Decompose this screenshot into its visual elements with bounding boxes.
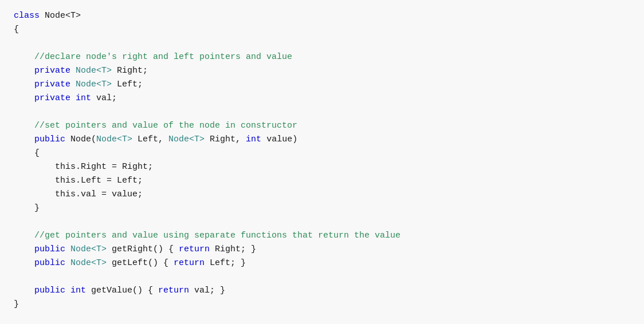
code-token-plain: } xyxy=(14,203,40,213)
code-token-plain: val; xyxy=(91,93,117,103)
code-token-kw: int xyxy=(76,93,91,103)
code-line xyxy=(14,215,630,229)
code-token-type: Node<T> xyxy=(76,66,112,76)
code-line: private int val; xyxy=(14,92,630,105)
code-token-plain: Right; xyxy=(112,66,148,76)
code-token-kw: public xyxy=(34,286,70,295)
code-token-kw: int xyxy=(70,286,86,295)
code-line: { xyxy=(14,147,630,160)
code-token-plain: } xyxy=(14,299,19,309)
code-token-plain: this.val = value; xyxy=(14,189,143,199)
code-token-kw: return xyxy=(174,258,205,268)
code-line: class Node<T> xyxy=(14,9,630,23)
code-token-plain xyxy=(14,258,34,268)
code-token-type: Node<T> xyxy=(76,80,112,89)
code-token-plain xyxy=(14,135,34,144)
code-token-plain xyxy=(14,80,34,89)
code-token-plain: Node<T> xyxy=(45,11,81,21)
code-token-type: Node<T> xyxy=(96,135,132,144)
code-token-plain: Left, xyxy=(132,135,168,144)
code-token-kw: int xyxy=(246,135,261,144)
code-line xyxy=(14,37,630,50)
code-line: private Node<T> Right; xyxy=(14,64,630,78)
code-token-plain: { xyxy=(14,25,19,34)
code-token-type: Node<T> xyxy=(168,135,205,144)
code-line: } xyxy=(14,298,630,311)
code-token-plain: { xyxy=(14,148,40,158)
code-token-plain: Node( xyxy=(70,135,96,144)
code-token-plain: getRight() { xyxy=(107,244,179,254)
code-token-kw: public xyxy=(34,135,70,144)
code-token-plain xyxy=(14,121,34,131)
code-line: private Node<T> Left; xyxy=(14,78,630,92)
code-token-plain: this.Right = Right; xyxy=(14,162,153,172)
code-token-plain: value) xyxy=(261,135,297,144)
code-token-plain: Right; } xyxy=(210,244,256,254)
code-token-type: Node<T> xyxy=(70,244,107,254)
code-token-plain xyxy=(14,52,34,62)
code-token-kw: private xyxy=(34,93,76,103)
code-token-plain xyxy=(14,231,34,240)
code-token-kw: private xyxy=(34,80,76,89)
code-token-plain: val; } xyxy=(189,286,225,295)
code-line: { xyxy=(14,23,630,37)
code-line: public int getValue() { return val; } xyxy=(14,284,630,298)
code-token-plain xyxy=(14,66,34,76)
code-token-kw: public xyxy=(34,258,70,268)
code-token-comment: //set pointers and value of the node in … xyxy=(34,121,297,131)
code-line: this.Right = Right; xyxy=(14,160,630,174)
code-line: this.val = value; xyxy=(14,188,630,201)
code-token-kw: return xyxy=(179,244,210,254)
code-token-plain: this.Left = Left; xyxy=(14,176,143,185)
code-token-kw: public xyxy=(34,244,70,254)
code-token-comment: //get pointers and value using separate … xyxy=(34,231,400,240)
code-block: class Node<T>{ //declare node's right an… xyxy=(14,9,630,311)
code-token-kw: class xyxy=(14,11,45,21)
code-token-plain: getValue() { xyxy=(86,286,158,295)
code-line xyxy=(14,105,630,119)
code-token-plain xyxy=(14,93,34,103)
code-token-plain xyxy=(14,286,34,295)
code-token-plain: Right, xyxy=(205,135,246,144)
code-token-comment: //declare node's right and left pointers… xyxy=(34,52,292,62)
code-line: //set pointers and value of the node in … xyxy=(14,119,630,133)
code-line: this.Left = Left; xyxy=(14,174,630,188)
code-line: } xyxy=(14,201,630,215)
code-line: public Node(Node<T> Left, Node<T> Right,… xyxy=(14,133,630,147)
code-token-plain: getLeft() { xyxy=(107,258,174,268)
code-token-type: Node<T> xyxy=(70,258,107,268)
code-line: //declare node's right and left pointers… xyxy=(14,50,630,64)
code-container: class Node<T>{ //declare node's right an… xyxy=(0,0,644,324)
code-token-plain: Left; } xyxy=(205,258,246,268)
code-line: public Node<T> getRight() { return Right… xyxy=(14,243,630,256)
code-token-plain: Left; xyxy=(112,80,143,89)
code-line: public Node<T> getLeft() { return Left; … xyxy=(14,256,630,270)
code-token-kw: private xyxy=(34,66,76,76)
code-token-plain xyxy=(14,244,34,254)
code-line: //get pointers and value using separate … xyxy=(14,229,630,243)
code-line xyxy=(14,270,630,284)
code-token-kw: return xyxy=(158,286,189,295)
